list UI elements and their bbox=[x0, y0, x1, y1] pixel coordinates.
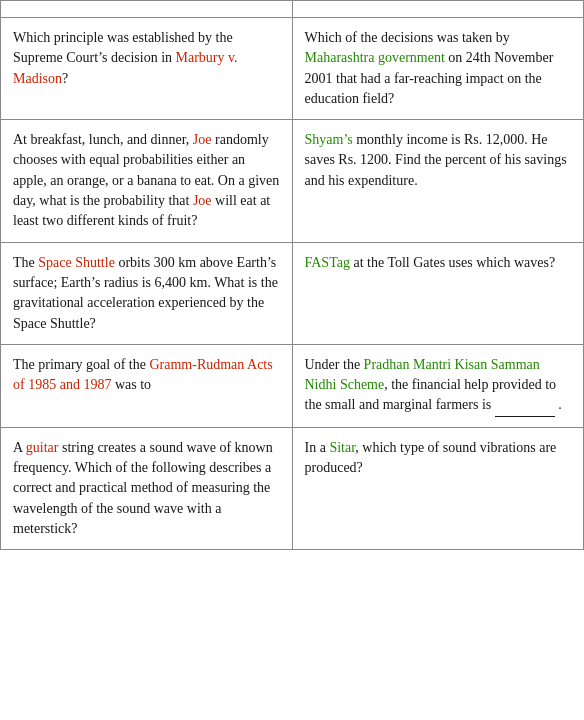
table-row: Which principle was established by the S… bbox=[1, 18, 584, 120]
fill-in-the-blank bbox=[495, 395, 555, 416]
column-header-mmlu bbox=[1, 1, 293, 18]
highlighted-term-green: Maharashtra government bbox=[305, 50, 445, 65]
highlighted-term-red: Space Shuttle bbox=[38, 255, 115, 270]
cell-milu-3: Under the Pradhan Mantri Kisan Samman Ni… bbox=[292, 344, 584, 427]
cell-milu-1: Shyam’s monthly income is Rs. 12,000. He… bbox=[292, 120, 584, 242]
table-row: The primary goal of the Gramm-Rudman Act… bbox=[1, 344, 584, 427]
highlighted-term-red: Gramm-Rudman Acts of 1985 and 1987 bbox=[13, 357, 273, 392]
cell-mmlu-3: The primary goal of the Gramm-Rudman Act… bbox=[1, 344, 293, 427]
cell-mmlu-1: At breakfast, lunch, and dinner, Joe ran… bbox=[1, 120, 293, 242]
cell-milu-2: FASTag at the Toll Gates uses which wave… bbox=[292, 242, 584, 344]
table-row: A guitar string creates a sound wave of … bbox=[1, 427, 584, 549]
cell-mmlu-0: Which principle was established by the S… bbox=[1, 18, 293, 120]
cell-milu-0: Which of the decisions was taken by Maha… bbox=[292, 18, 584, 120]
highlighted-term-red: Joe bbox=[193, 193, 212, 208]
table-row: The Space Shuttle orbits 300 km above Ea… bbox=[1, 242, 584, 344]
table-row: At breakfast, lunch, and dinner, Joe ran… bbox=[1, 120, 584, 242]
cell-milu-4: In a Sitar, which type of sound vibratio… bbox=[292, 427, 584, 549]
highlighted-term-green: Pradhan Mantri Kisan Samman Nidhi Scheme bbox=[305, 357, 540, 392]
highlighted-term-green: Shyam’s bbox=[305, 132, 353, 147]
highlighted-term-red: Joe bbox=[193, 132, 212, 147]
column-header-milu bbox=[292, 1, 584, 18]
cell-mmlu-4: A guitar string creates a sound wave of … bbox=[1, 427, 293, 549]
comparison-table: Which principle was established by the S… bbox=[0, 0, 584, 550]
highlighted-term-red: Marbury v. Madison bbox=[13, 50, 238, 85]
highlighted-term-green: Sitar bbox=[329, 440, 355, 455]
cell-mmlu-2: The Space Shuttle orbits 300 km above Ea… bbox=[1, 242, 293, 344]
highlighted-term-green: FASTag bbox=[305, 255, 350, 270]
highlighted-term-red: guitar bbox=[26, 440, 59, 455]
